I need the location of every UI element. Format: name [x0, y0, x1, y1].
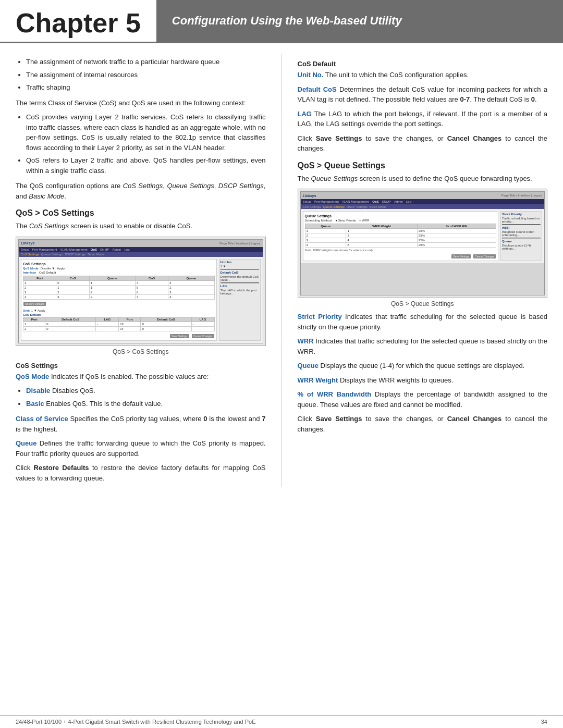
wrr-weight-term: WRR Weight	[298, 376, 338, 384]
queue-nav-vlan: VLAN Management	[342, 200, 369, 203]
cos-qos-bullets: CoS provides varying Layer 2 traffic ser…	[26, 112, 266, 176]
sim-sidebar-lag-desc: The LAG to which the port belongs...	[221, 289, 259, 295]
basic-text: Enables QoS. This is the default value.	[46, 400, 163, 408]
queue-bottom-buttons: Save Settings Cancel Changes	[305, 254, 497, 259]
qos-mode-values: Disable Disables QoS. Basic Enables QoS.…	[26, 386, 266, 409]
intro-bullet-1: The assignment of network traffic to a p…	[26, 57, 266, 67]
chapter-subtitle: Configuration Using the Web-based Utilit…	[172, 14, 402, 28]
sim-save-btn[interactable]: Save Settings	[170, 334, 189, 338]
sim-body: CoS Settings QoS Mode Disable ▼ Apply In…	[19, 257, 263, 343]
right-column: CoS Default Unit No. The unit to which t…	[298, 54, 548, 487]
queue-nav-setup: Setup	[303, 200, 311, 203]
sim-apply-label: Apply	[57, 267, 65, 270]
queue-note: Note: WRR Weights are shown for referenc…	[305, 249, 497, 252]
restore-defaults-para: Click Restore Defaults to restore the de…	[16, 463, 266, 483]
queue-strict-label: Scheduling Method:	[305, 219, 333, 222]
sim-th-cos2: CoS	[135, 276, 168, 280]
sim-subnav: CoS Settings Queue Settings DSCP Setting…	[19, 252, 263, 257]
sim-nav-snmp: SNMP	[100, 248, 109, 251]
qos-queue-intro-text: The Queue Settings screen is used to def…	[298, 174, 548, 184]
queue-sidebar-strict-desc: Traffic scheduling based on priority...	[502, 217, 541, 223]
unit-no-term: Unit No.	[298, 71, 324, 79]
qos-mode-term: QoS Mode	[16, 373, 49, 380]
queue-nav-snmp: SNMP	[382, 200, 391, 203]
wrr-weight-text: Displays the WRR weights to queues.	[340, 376, 453, 384]
sim-th-cos: CoS	[56, 276, 89, 280]
queue-term: Queue	[16, 439, 36, 447]
sim-cos-sub-tabs: Interface CoS Default	[23, 271, 215, 274]
queue-sim-main: Queue Settings Scheduling Method: ● Stri…	[303, 211, 499, 261]
qos-mode-text: Indicates if QoS is enabled. The possibl…	[51, 373, 209, 380]
sim-nav-vlan: VLAN Management	[60, 248, 87, 251]
queue-sim-body: Queue Settings Scheduling Method: ● Stri…	[301, 209, 545, 263]
queue-display-term: Queue	[298, 362, 319, 369]
sim-th-queue2: Queue	[168, 276, 214, 280]
sim-restore-btn-row: Restore Defaults	[23, 301, 215, 306]
sim-td-2: 2	[23, 285, 56, 290]
cos-default-heading: CoS Default	[298, 60, 548, 68]
queue-display-para: Queue Displays the queue (1-4) for which…	[298, 361, 548, 371]
strict-priority-term: Strict Priority	[298, 313, 342, 320]
column-divider	[282, 54, 282, 487]
queue-sim-table: Queue WRR Weight % of WRR BW 1125% 2225%…	[305, 224, 497, 248]
queue-sim-logo: Linksys	[303, 194, 316, 198]
sim-sidebar-panel: Unit No. 1 ▼ Default CoS Determines the …	[219, 259, 261, 341]
queue-sim-nav: Setup Port Management VLAN Management Qo…	[301, 199, 545, 204]
disable-item: Disable Disables QoS.	[26, 386, 266, 396]
lag-para: LAG The LAG to which the port belongs, i…	[298, 109, 548, 129]
queue-wrr-option: ○ WRR	[359, 219, 370, 222]
wrr-weight-para: WRR Weight Displays the WRR weights to q…	[298, 375, 548, 386]
sim-sidebar-unit: 1 ▼	[221, 265, 259, 268]
pct-wrr-term: % of WRR Bandwidth	[298, 390, 372, 398]
footer-left-text: 24/48-Port 10/100 + 4-Port Gigabit Smart…	[16, 719, 256, 725]
sim-interface-tab: Interface	[23, 271, 36, 274]
queue-cancel-btn[interactable]: Cancel Changes	[473, 254, 496, 258]
main-content: The assignment of network traffic to a p…	[0, 43, 563, 498]
spacer	[0, 498, 563, 715]
basic-term: Basic	[26, 400, 44, 408]
sim-subnav-dscp: DSCP Settings	[65, 253, 85, 256]
sim-nav: Setup Port Management VLAN Management Qo…	[19, 247, 263, 252]
qos-cos-section-heading: QoS > CoS Settings	[16, 208, 266, 218]
queue-display-text: Displays the queue (1-4) for which the q…	[321, 362, 525, 369]
queue-nav-port: Port Management	[314, 200, 339, 203]
queue-sidebar-wrr-desc: Weighted Round Robin scheduling...	[502, 230, 541, 237]
sim-td-4: 4	[23, 294, 56, 299]
queue-nav-qos: QoS	[372, 200, 378, 203]
sim-top-info: Page Title | Interface | Logout	[219, 242, 260, 245]
qos-queue-section-heading: QoS > Queue Settings	[298, 161, 548, 170]
queue-cancel-term: Cancel Changes	[447, 415, 502, 423]
sim-apply-unit-label: Unit:	[23, 309, 30, 312]
left-column: The assignment of network traffic to a p…	[16, 54, 266, 487]
queue-th-wrr: WRR Weight	[346, 224, 417, 229]
sim-cancel-btn[interactable]: Cancel Changes	[192, 334, 214, 338]
footer-page-number: 34	[541, 719, 547, 725]
queue-sidebar-queue: Queue	[502, 240, 541, 243]
cos-save-term: Save Settings	[316, 134, 362, 142]
queue-type-row: Scheduling Method: ● Strict Priority ○ W…	[305, 219, 497, 222]
sim-topbar: Linksys Page Title | Interface | Logout	[19, 240, 263, 247]
sim-restore-btn[interactable]: Restore Defaults	[23, 302, 46, 306]
disable-text: Disables QoS.	[52, 387, 95, 394]
queue-th-queue: Queue	[305, 224, 346, 229]
sim-nav-qos: QoS	[91, 248, 97, 251]
chapter-subtitle-block: Configuration Using the Web-based Utilit…	[156, 0, 563, 42]
queue-sidebar-strict: Strict Priority	[502, 213, 541, 216]
queue-screenshot: Linksys Page Title | Interface | Logout …	[300, 191, 545, 295]
queue-save-btn[interactable]: Save Settings	[451, 254, 471, 258]
sim-th-port2: Port	[119, 317, 141, 322]
sim-sidebar-lag: LAG	[221, 285, 259, 288]
sim-cos-default-section: CoS Default PortDefault CoSLAGPortDefaul…	[23, 313, 215, 331]
sim-th-cos-val: Default CoS	[45, 317, 96, 322]
lag-text: The LAG to which the port belongs, if re…	[298, 110, 548, 128]
queue-subnav-queue: Queue Settings	[323, 205, 345, 208]
sim-th-lag2: LAG	[191, 317, 214, 322]
queue-nav-admin: Admin	[394, 200, 403, 203]
queue-para: Queue Defines the traffic forwarding que…	[16, 438, 266, 459]
queue-screenshot-caption: QoS > Queue Settings	[298, 300, 548, 307]
sim-nav-port: Port Management	[32, 248, 57, 251]
default-cos-para: Default CoS Determines the default CoS v…	[298, 84, 548, 105]
sim-main-panel: CoS Settings QoS Mode Disable ▼ Apply In…	[21, 259, 217, 341]
wrr-para: WRR Indicates that traffic scheduling fo…	[298, 336, 548, 356]
cos-cancel-term: Cancel Changes	[447, 134, 502, 142]
